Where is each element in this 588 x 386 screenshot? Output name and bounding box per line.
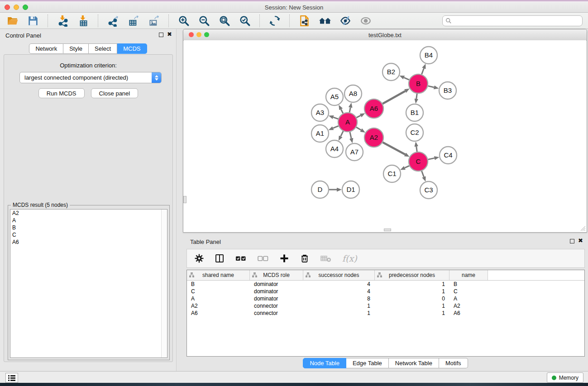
task-history-button[interactable]: [5, 373, 18, 383]
hide-show-icon[interactable]: [337, 14, 354, 28]
zoom-out-icon[interactable]: [196, 14, 212, 28]
gear-icon[interactable]: [194, 253, 204, 263]
table-row[interactable]: A6connector11A6: [187, 310, 584, 317]
eye-icon[interactable]: [358, 14, 374, 28]
column-header-shared-name[interactable]: shared name: [187, 270, 250, 280]
tab-style[interactable]: Style: [63, 43, 89, 54]
network-window-title: testGlobe.txt: [183, 32, 587, 38]
scrollbar-track[interactable]: [161, 210, 167, 357]
home-icon[interactable]: [317, 14, 333, 28]
float-table-panel-icon[interactable]: [570, 239, 574, 243]
tab-network[interactable]: Network: [29, 43, 63, 54]
tab-edge-table[interactable]: Edge Table: [346, 358, 389, 368]
zoom-selected-icon[interactable]: [237, 14, 253, 28]
edge-A-A4[interactable]: [341, 131, 344, 137]
export-table-icon[interactable]: [125, 14, 142, 28]
column-header-name[interactable]: name: [449, 270, 488, 280]
edge-A-A1[interactable]: [333, 126, 339, 128]
tab-mcds[interactable]: MCDS: [117, 43, 147, 54]
deselect-all-icon[interactable]: [257, 253, 269, 263]
float-panel-icon[interactable]: [159, 33, 163, 37]
edge-C-C1[interactable]: [405, 166, 409, 168]
edge-A-A5[interactable]: [341, 110, 343, 114]
search-input[interactable]: [454, 17, 579, 24]
refresh-layout-icon[interactable]: [267, 14, 283, 28]
table-cell: 1: [375, 310, 449, 316]
run-mcds-button[interactable]: Run MCDS: [38, 88, 85, 98]
table-cell: B: [187, 281, 250, 287]
edge-A6-B[interactable]: [382, 91, 405, 104]
close-panel-button[interactable]: Close panel: [91, 88, 139, 98]
network-window-titlebar[interactable]: testGlobe.txt: [183, 29, 587, 41]
table-cell: A: [449, 295, 488, 302]
delete-table-icon: [320, 253, 332, 263]
table-cell: 1: [375, 281, 449, 287]
export-network-icon[interactable]: [105, 14, 121, 28]
add-column-icon[interactable]: [279, 253, 289, 263]
select-all-icon[interactable]: [235, 253, 247, 263]
edge-B-B4[interactable]: [422, 68, 424, 74]
column-header-MCDS-role[interactable]: MCDS role: [250, 270, 303, 280]
node-label: A1: [316, 129, 324, 137]
mcds-result-item[interactable]: A6: [10, 238, 167, 246]
close-panel-icon[interactable]: ✖: [167, 31, 172, 38]
network-canvas[interactable]: B4B2BB3A5A8A6A3AB1A1C2A2A4A7CC4C1C3DD1: [184, 40, 586, 232]
edge-A-A6[interactable]: [357, 115, 361, 118]
mcds-result-item[interactable]: B: [10, 224, 167, 231]
import-table-icon[interactable]: [75, 14, 91, 28]
edge-A2-C[interactable]: [382, 143, 405, 155]
optimization-criterion-label: Optimization criterion:: [4, 62, 172, 69]
import-network-icon[interactable]: [55, 14, 71, 28]
splitter-handle[interactable]: [183, 196, 186, 203]
control-panel-tabs: NetworkStyleSelectMCDS: [0, 43, 176, 54]
mcds-result-list[interactable]: A2ABCA6: [10, 209, 167, 358]
list-icon: [8, 375, 15, 381]
network-from-file-icon[interactable]: [296, 14, 313, 28]
mcds-result-item[interactable]: A2: [10, 210, 167, 217]
table-row[interactable]: A2connector11A2: [187, 302, 584, 310]
tab-motifs[interactable]: Motifs: [439, 358, 468, 368]
edge-A-A2[interactable]: [356, 127, 361, 130]
table-row[interactable]: Bdominator41B: [187, 281, 584, 288]
toolbar-separator: [259, 14, 260, 27]
save-session-icon[interactable]: [25, 14, 41, 28]
criterion-dropdown[interactable]: largest connected component (directed): [19, 72, 162, 83]
tab-select[interactable]: Select: [89, 43, 117, 54]
node-label: A6: [370, 105, 378, 112]
edge-B-B1[interactable]: [416, 94, 417, 99]
table-row[interactable]: Cdominator41C: [187, 288, 584, 295]
zoom-in-icon[interactable]: [176, 14, 192, 28]
column-header-successor-nodes[interactable]: successor nodes: [303, 270, 375, 280]
close-table-panel-icon[interactable]: ✖: [578, 237, 583, 244]
node-label: B3: [444, 86, 452, 94]
splitter-handle[interactable]: [384, 229, 391, 231]
edge-B-B3[interactable]: [428, 86, 434, 87]
tab-network-table[interactable]: Network Table: [389, 358, 439, 368]
node-label: C1: [387, 170, 396, 177]
edge-C-C2[interactable]: [416, 147, 417, 152]
edge-C-C3[interactable]: [422, 171, 424, 177]
search-box[interactable]: [442, 15, 583, 26]
edge-B-B2[interactable]: [404, 77, 409, 80]
toolbar-separator: [98, 14, 99, 27]
delete-column-icon[interactable]: [300, 253, 310, 263]
open-file-icon[interactable]: [5, 14, 21, 28]
node-label: B1: [411, 109, 419, 116]
tab-node-table[interactable]: Node Table: [303, 358, 346, 368]
export-image-icon[interactable]: [146, 14, 162, 28]
edge-A-A3[interactable]: [333, 117, 338, 119]
table-cell: 1: [303, 303, 375, 309]
mcds-result-item[interactable]: C: [10, 231, 167, 238]
edge-A-A8[interactable]: [349, 108, 350, 113]
memory-button[interactable]: Memory: [547, 372, 583, 383]
resize-grip-icon[interactable]: [580, 225, 586, 231]
mcds-result-item[interactable]: A: [10, 217, 167, 224]
table-row[interactable]: Adominator80A: [187, 295, 584, 302]
toolbar-separator: [168, 14, 169, 27]
session-title: Session: New Session: [0, 4, 588, 11]
edge-A-A7[interactable]: [350, 132, 351, 138]
columns-icon[interactable]: [215, 253, 225, 263]
column-header-predecessor-nodes[interactable]: predecessor nodes: [375, 270, 449, 280]
edge-C-C4[interactable]: [428, 158, 435, 159]
zoom-fit-icon[interactable]: [216, 14, 233, 28]
